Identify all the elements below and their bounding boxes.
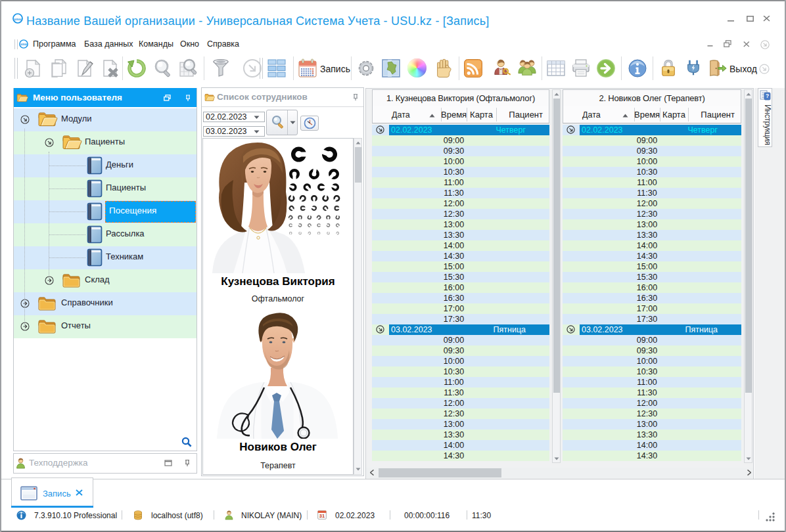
svg-text:31: 31 [319, 513, 325, 519]
svg-text:usu: usu [14, 16, 21, 21]
svg-text:usu: usu [20, 42, 27, 46]
svg-text:?: ? [766, 93, 769, 99]
